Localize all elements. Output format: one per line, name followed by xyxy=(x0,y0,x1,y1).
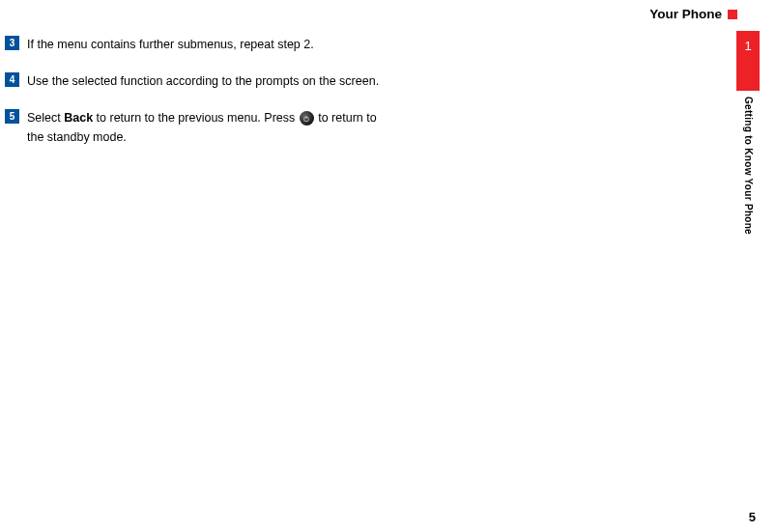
sidebar-caption: Getting to Know Your Phone xyxy=(743,97,754,235)
step-text: Select Back to return to the previous me… xyxy=(27,108,391,147)
page-number: 5 xyxy=(749,510,756,524)
header-title: Your Phone xyxy=(649,7,722,21)
sidebar-tab: 1 Getting to Know Your Phone xyxy=(733,31,762,235)
sidebar-chapter-box: 1 xyxy=(736,31,760,91)
step-text: If the menu contains further submenus, r… xyxy=(27,35,314,54)
main-content: 3 If the menu contains further submenus,… xyxy=(5,35,391,164)
chapter-number: 1 xyxy=(744,39,751,53)
header-accent-square xyxy=(728,10,737,19)
step-item: 5 Select Back to return to the previous … xyxy=(5,108,391,147)
step-text-bold: Back xyxy=(64,111,93,125)
power-button-icon xyxy=(300,111,314,126)
step-item: 4 Use the selected function according to… xyxy=(5,71,391,91)
step-text-segment: Select xyxy=(27,111,64,125)
step-text-segment: to return to the previous menu. Press xyxy=(93,111,299,125)
step-item: 3 If the menu contains further submenus,… xyxy=(5,35,391,54)
step-number-badge: 3 xyxy=(5,36,19,50)
step-text: Use the selected function according to t… xyxy=(27,71,379,91)
step-number-badge: 5 xyxy=(5,109,19,124)
step-number-badge: 4 xyxy=(5,72,19,87)
page-header: Your Phone xyxy=(649,7,737,21)
